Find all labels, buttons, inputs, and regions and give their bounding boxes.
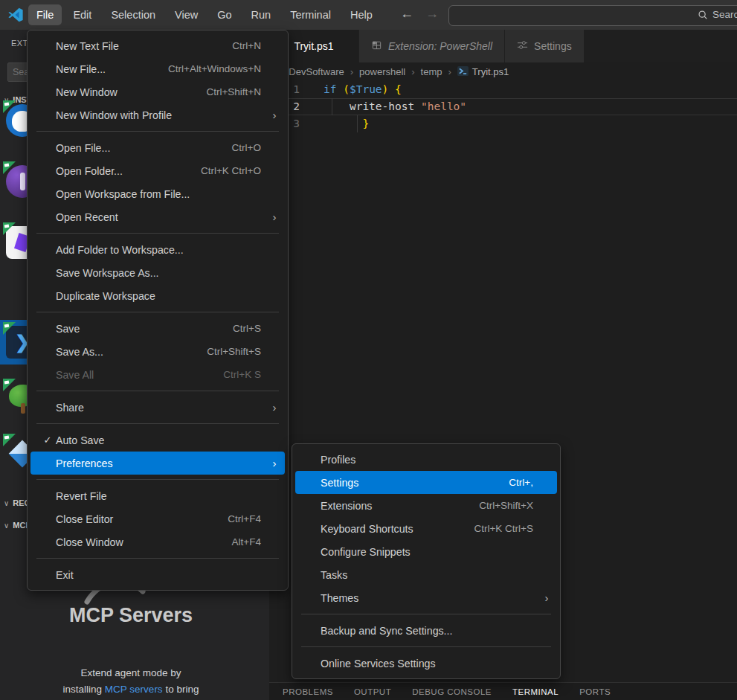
panel-tab-problems[interactable]: PROBLEMS	[283, 687, 333, 696]
menubar-selection[interactable]: Selection	[103, 4, 164, 25]
menubar-go[interactable]: Go	[209, 4, 239, 25]
menu-item-label: Backup and Sync Settings...	[321, 625, 533, 637]
menu-item-shortcut: Ctrl+K S	[223, 369, 267, 380]
menu-item-extensions[interactable]: ExtensionsCtrl+Shift+X	[295, 494, 557, 517]
breadcrumb-item-temp[interactable]: temp	[421, 66, 442, 77]
menu-item-label: Save Workspace As...	[56, 267, 261, 279]
navigate-back-button[interactable]: ←	[397, 6, 416, 22]
checkmark-icon: ✓	[44, 434, 52, 446]
menu-item-label: Preferences	[56, 457, 261, 469]
menu-item-label: Open File...	[56, 142, 232, 154]
chevron-down-icon: ∨	[4, 521, 9, 530]
menubar-terminal[interactable]: Terminal	[282, 4, 339, 25]
menu-separator	[36, 131, 279, 132]
menu-item-new-window[interactable]: New WindowCtrl+Shift+N	[30, 80, 285, 103]
menu-separator	[36, 312, 279, 312]
menu-item-themes[interactable]: Themes›	[295, 586, 557, 609]
editor-tab-bar: Tryit.ps1Extension: PowerShellSettings	[269, 30, 737, 62]
menubar-help[interactable]: Help	[342, 4, 381, 25]
update-badge-icon	[3, 222, 16, 235]
panel-tab-terminal[interactable]: TERMINAL	[512, 687, 559, 696]
menu-item-auto-save[interactable]: ✓Auto Save	[30, 428, 285, 452]
chevron-down-icon: ∨	[4, 499, 9, 507]
menu-item-revert-file[interactable]: Revert File	[30, 484, 285, 507]
breadcrumb-chevron-icon: ›	[448, 66, 451, 77]
menu-item-tasks[interactable]: Tasks	[295, 563, 557, 586]
menu-item-label: Revert File	[56, 490, 261, 502]
menu-separator	[36, 479, 279, 480]
menubar-view[interactable]: View	[167, 4, 206, 25]
menu-item-close-window[interactable]: Close WindowAlt+F4	[30, 530, 285, 553]
tab-label: Settings	[534, 40, 572, 52]
menu-item-shortcut: Ctrl+K Ctrl+O	[201, 165, 267, 176]
menu-item-configure-snippets[interactable]: Configure Snippets	[295, 540, 557, 563]
menu-item-shortcut: Ctrl+Shift+S	[207, 346, 267, 357]
submenu-chevron-icon: ›	[273, 457, 277, 469]
menu-item-new-window-with-profile[interactable]: New Window with Profile›	[30, 103, 285, 126]
menu-item-save-as[interactable]: Save As...Ctrl+Shift+S	[30, 340, 285, 363]
menu-item-open-recent[interactable]: Open Recent›	[30, 205, 285, 228]
mcp-servers-link[interactable]: MCP servers	[105, 684, 163, 695]
update-badge-icon	[3, 161, 16, 174]
editor-tab-settings[interactable]: Settings	[505, 30, 585, 62]
file-menu: New Text FileCtrl+NNew File...Ctrl+Alt+W…	[27, 30, 289, 591]
panel-tab-ports[interactable]: PORTS	[579, 687, 611, 696]
menu-separator	[36, 423, 279, 424]
panel-tab-output[interactable]: OUTPUT	[354, 687, 391, 696]
menu-item-label: Save As...	[56, 346, 207, 358]
menu-item-exit[interactable]: Exit	[30, 563, 285, 586]
code-line-3: 3 }	[269, 115, 737, 132]
menu-item-label: Share	[56, 402, 261, 414]
menu-item-new-file[interactable]: New File...Ctrl+Alt+Windows+N	[30, 57, 285, 80]
code-editor[interactable]: 1if ($True) {2 write-host "hello"3 }	[269, 81, 737, 132]
menu-separator	[301, 646, 551, 647]
menu-item-label: Open Folder...	[56, 165, 201, 177]
menu-item-share[interactable]: Share›	[30, 396, 285, 419]
menu-item-settings[interactable]: SettingsCtrl+,	[295, 471, 557, 494]
breadcrumb-item-tryit-ps1[interactable]: Tryit.ps1	[457, 66, 509, 78]
menu-item-open-file[interactable]: Open File...Ctrl+O	[30, 136, 285, 159]
menubar-run[interactable]: Run	[243, 4, 280, 25]
menu-item-online-services-settings[interactable]: Online Services Settings	[295, 652, 557, 675]
titlebar: FileEditSelectionViewGoRunTerminalHelp ←…	[0, 0, 737, 30]
editor-tab-extension-powershell[interactable]: Extension: PowerShell	[359, 30, 505, 62]
menu-item-shortcut: Alt+F4	[232, 536, 267, 548]
settings-sliders-icon	[517, 39, 528, 53]
menu-item-shortcut: Ctrl+Alt+Windows+N	[168, 63, 267, 74]
menu-item-label: Themes	[321, 592, 533, 604]
navigate-forward-button[interactable]: →	[422, 6, 442, 22]
menu-item-profiles[interactable]: Profiles	[295, 448, 557, 471]
breadcrumb-item-powershell[interactable]: powershell	[359, 66, 405, 77]
menu-item-duplicate-workspace[interactable]: Duplicate Workspace	[30, 284, 285, 307]
menu-item-shortcut: Ctrl+Shift+N	[206, 86, 267, 97]
menu-item-backup-and-sync-settings[interactable]: Backup and Sync Settings...	[295, 619, 557, 642]
menu-item-label: Save All	[56, 369, 223, 381]
code-line-2: 2 write-host "hello"	[269, 98, 737, 115]
menubar-edit[interactable]: Edit	[65, 4, 100, 25]
menu-item-save-workspace-as[interactable]: Save Workspace As...	[30, 261, 285, 284]
menu-item-add-folder-to-workspace[interactable]: Add Folder to Workspace...	[30, 238, 285, 261]
menu-item-preferences[interactable]: Preferences›	[30, 452, 285, 475]
breadcrumb-item-devsoftware[interactable]: DevSoftware	[289, 66, 344, 77]
menu-item-close-editor[interactable]: Close EditorCtrl+F4	[30, 507, 285, 530]
powershell-file-icon	[457, 66, 469, 78]
menu-separator	[36, 391, 279, 391]
command-center-search[interactable]: Search	[448, 5, 737, 26]
menu-item-label: Keyboard Shortcuts	[321, 523, 474, 535]
vscode-logo-icon	[7, 7, 24, 23]
menu-item-save[interactable]: SaveCtrl+S	[30, 317, 285, 340]
menu-item-shortcut: Ctrl+S	[233, 323, 267, 334]
menu-item-open-workspace-from-file[interactable]: Open Workspace from File...	[30, 182, 285, 205]
menu-item-label: New Text File	[56, 40, 232, 52]
menu-separator	[36, 233, 279, 234]
menubar-file[interactable]: File	[28, 4, 62, 25]
breadcrumb: ›DevSoftware›powershell›temp›Tryit.ps1	[269, 62, 737, 81]
menu-item-keyboard-shortcuts[interactable]: Keyboard ShortcutsCtrl+K Ctrl+S	[295, 517, 557, 540]
menu-item-label: Open Workspace from File...	[56, 188, 261, 200]
menu-item-label: Duplicate Workspace	[56, 290, 261, 302]
update-badge-icon	[3, 434, 16, 446]
menu-item-new-text-file[interactable]: New Text FileCtrl+N	[30, 34, 285, 57]
panel-tab-debug-console[interactable]: DEBUG CONSOLE	[412, 687, 492, 696]
menu-item-open-folder[interactable]: Open Folder...Ctrl+K Ctrl+O	[30, 159, 285, 182]
menu-item-shortcut: Ctrl+O	[232, 142, 267, 153]
